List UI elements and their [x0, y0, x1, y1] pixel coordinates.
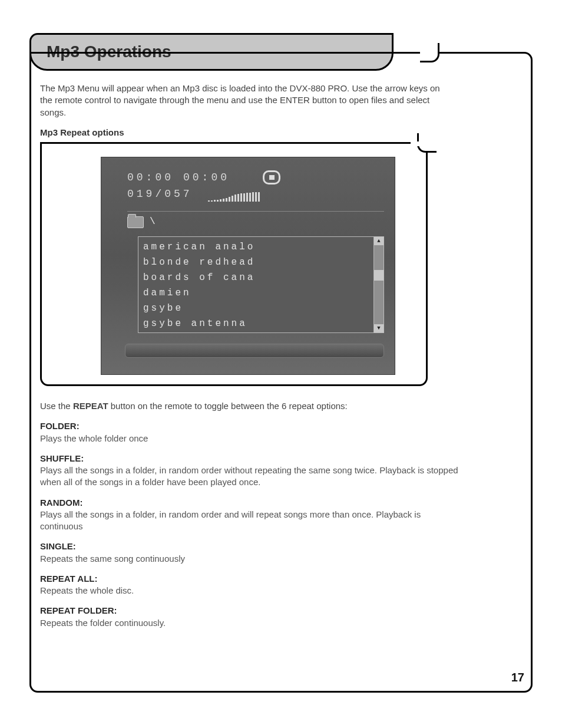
scroll-thumb[interactable] — [374, 270, 384, 281]
option-label: SHUFFLE: — [40, 453, 523, 465]
toggle-instruction: Use the REPEAT button on the remote to t… — [40, 400, 523, 412]
level-meter-icon — [208, 192, 260, 202]
folder-icon — [127, 216, 144, 228]
list-item[interactable]: gsybe — [143, 301, 369, 316]
option-desc: Repeats the folder continuously. — [40, 617, 523, 629]
scroll-up-icon[interactable]: ▲ — [374, 237, 384, 245]
option-label: REPEAT ALL: — [40, 573, 523, 585]
option-desc: Plays the whole folder once — [40, 433, 523, 444]
time-elapsed: 00:00 — [127, 170, 174, 185]
option-label: RANDOM: — [40, 497, 523, 509]
scroll-down-icon[interactable]: ▼ — [374, 324, 384, 332]
status-bar — [125, 344, 384, 358]
list-item[interactable]: gsybe antenna — [143, 316, 369, 331]
track-counter: 019/057 — [127, 187, 193, 201]
file-list[interactable]: american analo blonde redhead boards of … — [138, 236, 374, 333]
repeat-options-list: FOLDER: Plays the whole folder once SHUF… — [40, 420, 523, 629]
list-item[interactable]: damien — [143, 285, 369, 301]
page-content: The Mp3 Menu will appear when an Mp3 dis… — [40, 83, 523, 637]
intro-paragraph: The Mp3 Menu will appear when an Mp3 dis… — [40, 83, 452, 118]
list-item[interactable]: american analo — [143, 239, 369, 255]
option-desc: Repeats the whole disc. — [40, 585, 523, 597]
list-item[interactable]: blonde redhead — [143, 255, 369, 270]
option-desc: Plays all the songs in a folder, in rand… — [40, 465, 464, 489]
option-label: SINGLE: — [40, 541, 523, 552]
option-label: REPEAT FOLDER: — [40, 605, 523, 617]
option-desc: Plays all the songs in a folder, in rand… — [40, 509, 464, 533]
option-desc: Repeats the same song continuously — [40, 553, 523, 565]
mp3-menu-screenshot: 00:00 00:00 019/057 — [101, 157, 395, 375]
page-number: 17 — [511, 671, 524, 684]
scrollbar[interactable]: ▲ ▼ — [374, 236, 384, 333]
stop-icon — [263, 170, 280, 185]
time-total: 00:00 — [183, 170, 230, 185]
list-item[interactable]: boards of cana — [143, 270, 369, 285]
option-label: FOLDER: — [40, 420, 523, 432]
screenshot-frame: 00:00 00:00 019/057 — [40, 142, 428, 386]
repeat-button-label: REPEAT — [73, 401, 108, 411]
repeat-options-heading: Mp3 Repeat options — [40, 127, 523, 139]
current-path: \ — [150, 216, 157, 229]
